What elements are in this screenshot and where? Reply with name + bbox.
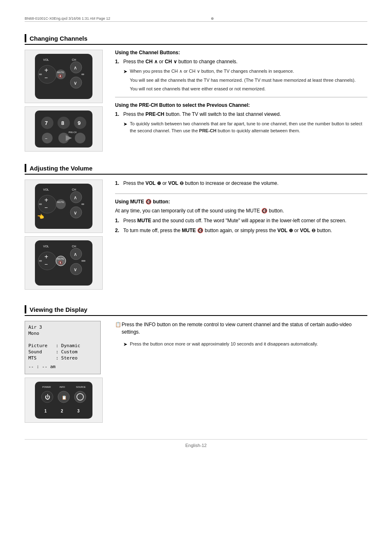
svg-point-72 [74, 391, 86, 403]
adjusting-volume-instructions: 1. Press the VOL ⊕ or VOL ⊖ button to in… [115, 180, 367, 237]
svg-point-14 [40, 74, 42, 75]
note-arrow-2: ➤ [123, 120, 130, 134]
page-label: English-12 [185, 443, 207, 448]
remote-prech-svg: 7 8 9 − PRE-CH [31, 108, 97, 150]
ds-air: Air 3 [28, 325, 42, 330]
svg-text:📋: 📋 [62, 395, 67, 400]
svg-text:VOL: VOL [43, 245, 49, 248]
remote-vol-image2: VOL CH + − ∧ ∨ MUTE 🔇 [25, 236, 103, 290]
vol-step1-text: Press the VOL ⊕ or VOL ⊖ button to incre… [123, 180, 367, 187]
svg-text:PRE-CH: PRE-CH [69, 131, 77, 134]
mute-header-text: Using MUTE 🔇 button: [115, 199, 170, 205]
remote-vol-svg2: VOL CH + − ∧ ∨ MUTE 🔇 [31, 238, 97, 288]
ch-note3-text: You will not see channels that were eith… [130, 85, 265, 92]
remote-vol-image1: VOL CH + − ∧ ∨ MUTE [25, 180, 103, 233]
changing-channels-title-bar: Changing Channels [25, 34, 367, 45]
svg-text:VOL: VOL [43, 58, 49, 61]
adjusting-volume-content: VOL CH + − ∧ ∨ MUTE [25, 180, 367, 293]
ds-time: -- : -- am [28, 364, 55, 369]
ch-note3: You will not see channels that were eith… [130, 85, 367, 92]
svg-text:8: 8 [61, 120, 64, 126]
svg-point-63 [84, 260, 85, 262]
file-info: BN68-01001C-X0Eng.qxd 3/16/06 1:31 AM Pa… [25, 16, 110, 21]
display-instruction1-text: Press the INFO button on the remote cont… [122, 321, 367, 336]
svg-text:CH: CH [72, 58, 76, 61]
mute-step2-num: 2. [115, 227, 123, 234]
svg-text:POWER: POWER [42, 386, 51, 388]
svg-text:MUTE: MUTE [57, 71, 64, 74]
ds-picture-value: : Dynamic [56, 343, 81, 348]
ds-mts-label: MTS [28, 355, 53, 361]
prech-note1-text: To quickly switch between two channels t… [130, 120, 367, 134]
ch-step1: 1. Press the CH ∧ or CH ∨ button to chan… [115, 58, 367, 65]
prech-header-text: Using the PRE-CH Button to select the Pr… [115, 102, 250, 108]
changing-channels-instructions: Using the Channel Buttons: 1. Press the … [115, 50, 367, 136]
remote-info-image: POWER INFO SOURCE ⏻ 📋 1 [25, 378, 103, 423]
viewing-display-content: Air 3 Mono Picture : Dynamic Sound : Cus… [25, 321, 367, 423]
mute-step1: 1. Press MUTE and the sound cuts off. Th… [115, 217, 367, 224]
svg-point-45 [83, 203, 84, 205]
remote-ch-svg: VOL CH + − ∧ ∨ MUTE [31, 52, 97, 101]
page: BN68-01001C-X0Eng.qxd 3/16/06 1:31 AM Pa… [0, 0, 392, 464]
display-instruction1: 📋 Press the INFO button on the remote co… [115, 321, 367, 336]
ch-step1-text: Press the CH ∧ or CH ∨ button to change … [123, 58, 367, 65]
svg-text:🔇: 🔇 [58, 260, 62, 265]
ds-row-3 [28, 337, 97, 342]
svg-text:🔇: 🔇 [58, 74, 62, 78]
mute-step2-text: To turn mute off, press the MUTE 🔇 butto… [123, 227, 367, 234]
display-note1: ➤ Press the button once more or wait app… [123, 341, 367, 348]
ch-note2-text: You will see all the channels that the T… [130, 77, 355, 84]
svg-point-28 [75, 133, 85, 143]
prech-step1-num: 1. [115, 111, 123, 118]
ds-mono: Mono [28, 331, 39, 336]
remote-info-svg: POWER INFO SOURCE ⏻ 📋 1 [31, 380, 97, 421]
ds-row-sound: Sound : Custom [28, 349, 97, 355]
changing-channels-title: Changing Channels [30, 35, 88, 42]
svg-text:MUTE: MUTE [57, 201, 64, 203]
ds-row-picture: Picture : Dynamic [28, 343, 97, 348]
prech-step1: 1. Press the PRE-CH button. The TV will … [115, 111, 367, 118]
ch-note2: You will see all the channels that the T… [130, 77, 367, 84]
mute-intro: At any time, you can temporarily cut off… [115, 207, 367, 214]
viewing-display-images: Air 3 Mono Picture : Dynamic Sound : Cus… [25, 321, 107, 423]
vol-step1: 1. Press the VOL ⊕ or VOL ⊖ button to in… [115, 180, 367, 187]
svg-text:2: 2 [61, 409, 63, 413]
ch-buttons-header-text: Using the Channel Buttons: [115, 50, 180, 55]
changing-channels-images: VOL CH + − ∧ ∨ MUTE [25, 50, 107, 152]
ch-note1: ➤ When you press the CH ∧ or CH ∨ button… [123, 68, 367, 75]
adjusting-volume-title: Adjusting the Volume [30, 165, 92, 172]
svg-text:+: + [44, 253, 48, 260]
svg-text:7: 7 [45, 120, 48, 126]
svg-text:👈: 👈 [37, 213, 44, 220]
svg-text:3: 3 [77, 409, 80, 413]
svg-text:CH: CH [72, 188, 76, 191]
ch-step1-num: 1. [115, 58, 123, 65]
remote-vol-svg1: VOL CH + − ∧ ∨ MUTE [31, 182, 97, 231]
mute-intro-text: At any time, you can temporarily cut off… [115, 207, 367, 214]
info-icon-symbol: 📋 [115, 321, 122, 336]
svg-text:CH: CH [72, 245, 76, 248]
svg-text:+: + [44, 67, 48, 74]
changing-channels-section: Changing Channels VOL CH + [25, 34, 367, 152]
svg-text:−: − [45, 136, 47, 141]
page-footer: English-12 [25, 439, 367, 448]
svg-text:∨: ∨ [74, 210, 77, 216]
svg-text:MUTE: MUTE [57, 258, 64, 260]
note-arrow-1: ➤ [123, 68, 130, 75]
ds-row-1: Air 3 [28, 325, 97, 330]
ds-row-mts: MTS : Stereo [28, 355, 97, 361]
svg-text:−: − [44, 204, 48, 211]
adjusting-volume-section: Adjusting the Volume VOL CH + − [25, 164, 367, 293]
vol-step1-num: 1. [115, 180, 123, 187]
svg-text:−: − [44, 74, 48, 81]
file-header: BN68-01001C-X0Eng.qxd 3/16/06 1:31 AM Pa… [25, 16, 367, 22]
mute-step1-text: Press MUTE and the sound cuts off. The w… [123, 217, 367, 224]
ds-sound-value: : Custom [56, 349, 78, 355]
svg-text:⏻: ⏻ [45, 394, 50, 400]
svg-text:∨: ∨ [74, 80, 77, 86]
viewing-display-instructions: 📋 Press the INFO button on the remote co… [115, 321, 367, 350]
adjusting-volume-images: VOL CH + − ∧ ∨ MUTE [25, 180, 107, 293]
svg-point-16 [83, 74, 84, 75]
display-note1-text: Press the button once more or wait appro… [130, 341, 318, 348]
viewing-display-title: Viewing the Display [30, 306, 88, 313]
